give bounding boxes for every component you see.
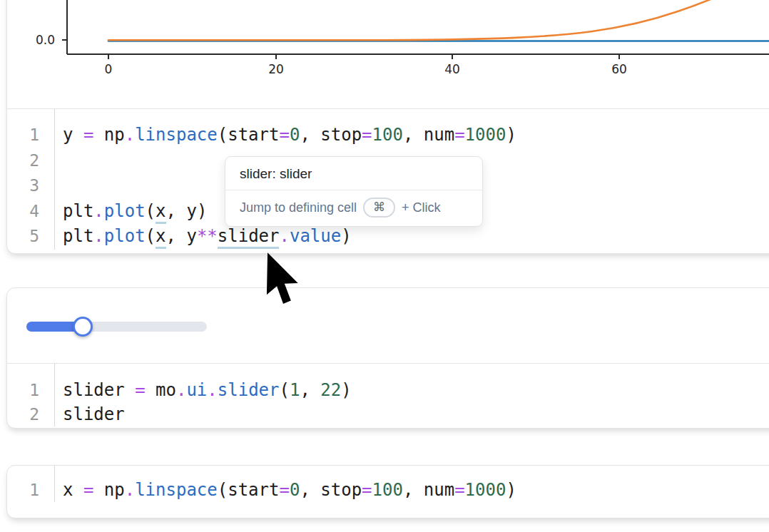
line-number-gutter: 1 [7, 466, 55, 502]
code-token: = [83, 480, 93, 500]
code-token: slider [63, 404, 125, 424]
code-token: ** [197, 226, 218, 246]
tooltip-action-label: Jump to defining cell [240, 200, 357, 215]
line-number: 1 [7, 478, 39, 502]
code-token: y [186, 201, 196, 221]
code-content[interactable]: slider = mo.ui.slider(1, 22)slider [55, 364, 769, 426]
code-editor[interactable]: 12 slider = mo.ui.slider(1, 22)slider [7, 364, 769, 426]
line-number-gutter: 12 [7, 364, 55, 426]
code-token: plt [63, 201, 93, 221]
code-token: = [454, 480, 464, 500]
code-token: ( [146, 201, 156, 221]
code-token [73, 125, 83, 145]
code-token: ) [341, 226, 351, 246]
tooltip-suffix: + Click [402, 200, 441, 215]
reactive-variable-reference[interactable]: slider [218, 226, 280, 249]
code-token [125, 380, 135, 400]
code-line: x = np.linspace(start=0, stop=100, num=1… [63, 478, 769, 502]
code-token: , [300, 480, 320, 500]
slider-output-area [7, 288, 769, 364]
code-token: . [93, 201, 103, 221]
code-token: plot [104, 226, 146, 246]
code-token: = [279, 480, 289, 500]
code-token: ) [506, 125, 516, 145]
code-token: plot [104, 201, 146, 221]
code-token: 22 [320, 380, 341, 400]
code-line: slider [63, 402, 769, 426]
code-token: = [362, 480, 372, 500]
code-token: ui [186, 380, 207, 400]
code-token: num [424, 480, 454, 500]
code-token: 0 [290, 480, 300, 500]
code-token: start [228, 125, 279, 145]
variable-tooltip: slider: slider Jump to defining cell ⌘ +… [225, 156, 483, 227]
code-token: ( [279, 380, 289, 400]
code-token: 1 [290, 380, 300, 400]
reactive-variable-reference[interactable]: x [156, 201, 165, 224]
slider-track[interactable] [26, 322, 207, 332]
line-number: 5 [7, 224, 39, 250]
line-number: 1 [7, 378, 39, 402]
tooltip-title: slider: slider [225, 157, 482, 190]
x-tick-label: 40 [444, 62, 460, 76]
line-number: 4 [7, 199, 39, 225]
code-token: , [166, 226, 187, 246]
code-token: np [104, 125, 125, 145]
line-number: 2 [7, 148, 39, 174]
notebook-cell-x: 1 x = np.linspace(start=0, stop=100, num… [6, 465, 769, 518]
code-token: linspace [135, 125, 218, 145]
x-tick-label: 60 [611, 62, 627, 76]
code-token: = [454, 125, 464, 145]
code-token: . [93, 226, 103, 246]
tooltip-action-row: Jump to defining cell ⌘ + Click [225, 190, 482, 226]
x-tick-label: 20 [268, 62, 284, 76]
code-token: plt [63, 226, 93, 246]
code-token: . [207, 380, 217, 400]
code-token [73, 480, 83, 500]
code-token: linspace [135, 480, 218, 500]
code-token: ( [146, 226, 156, 246]
code-token: ) [197, 201, 207, 221]
code-token: , [300, 125, 320, 145]
x-tick-label: 0 [105, 62, 113, 76]
code-token: . [176, 380, 186, 400]
code-token [93, 480, 103, 500]
code-token: slider [63, 380, 125, 400]
code-content[interactable]: x = np.linspace(start=0, stop=100, num=1… [55, 466, 769, 502]
code-token: ( [218, 480, 228, 500]
code-token: , [300, 380, 320, 400]
code-token: num [424, 125, 454, 145]
code-token: value [290, 226, 341, 246]
code-token: 100 [372, 480, 403, 500]
code-token: = [135, 380, 145, 400]
code-token: = [362, 125, 372, 145]
code-token: 1000 [465, 125, 506, 145]
code-token: , [403, 480, 424, 500]
code-token: = [83, 125, 93, 145]
code-line: y = np.linspace(start=0, stop=100, num=1… [63, 123, 769, 148]
code-token: 100 [372, 125, 403, 145]
code-token: ) [506, 480, 516, 500]
slider-handle[interactable] [73, 317, 93, 337]
notebook-cell-slider: 12 slider = mo.ui.slider(1, 22)slider [6, 287, 769, 429]
line-number: 2 [7, 402, 39, 426]
line-number: 3 [7, 173, 39, 199]
y-tick-label: 0.0 [36, 33, 55, 47]
reactive-variable-reference[interactable]: x [156, 226, 165, 249]
code-token: np [104, 480, 125, 500]
code-token: stop [320, 125, 362, 145]
code-token: 1000 [465, 480, 506, 500]
command-key-icon: ⌘ [363, 198, 395, 218]
code-token: 0 [290, 125, 300, 145]
code-token: , [166, 201, 187, 221]
code-token: x [63, 480, 73, 500]
code-token: y [63, 125, 73, 145]
line-number: 1 [7, 123, 39, 148]
series-line-orange [108, 0, 740, 40]
code-editor[interactable]: 1 x = np.linspace(start=0, stop=100, num… [7, 466, 769, 502]
code-token: . [125, 480, 135, 500]
code-token [93, 125, 103, 145]
code-line: plt.plot(x, y**slider.value) [63, 224, 769, 250]
line-number-gutter: 12345 [7, 109, 55, 250]
code-token: mo [156, 380, 176, 400]
